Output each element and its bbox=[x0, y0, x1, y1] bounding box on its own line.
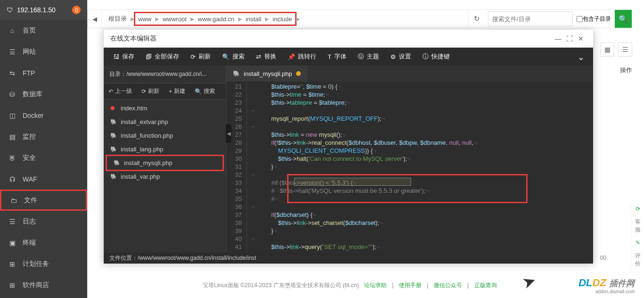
footer-link[interactable]: 微信公众号 bbox=[434, 282, 462, 289]
file-name: install_extvar.php bbox=[121, 118, 168, 125]
sidebar-item-label: 计划任务 bbox=[23, 260, 49, 268]
php-icon: 🐘 bbox=[110, 146, 117, 152]
side-widget[interactable]: 评价 bbox=[631, 249, 644, 271]
file-tool-button[interactable]: ↶上一级 bbox=[104, 83, 137, 99]
breadcrumb: 根目录 ▶ www▶wwwroot▶www.gadd.cn▶install▶in… bbox=[102, 10, 468, 28]
list-view-icon[interactable]: ☰ bbox=[618, 42, 632, 57]
file-name: install_var.php bbox=[121, 173, 160, 180]
footer-link[interactable]: 论坛求助 bbox=[364, 282, 387, 289]
side-widget[interactable]: 客服 bbox=[631, 215, 644, 237]
chevron-right-icon: ▶ bbox=[190, 16, 195, 22]
view-tools: ▦ ☰ bbox=[600, 42, 632, 57]
toolbar-icon: ⟳ bbox=[190, 53, 196, 60]
sidebar-item[interactable]: ▣终端 bbox=[0, 232, 87, 253]
sidebar-item[interactable]: ⊞计划任务 bbox=[0, 253, 87, 274]
sidebar-item[interactable]: ◫Docker bbox=[0, 105, 87, 126]
php-icon: 🐘 bbox=[110, 119, 117, 125]
nav-icon: ⌂ bbox=[8, 27, 16, 34]
code-tabs: 🐘 install_mysqli.php bbox=[226, 66, 593, 82]
sidebar-item-label: 网站 bbox=[23, 48, 36, 56]
file-name: install_function.php bbox=[121, 132, 173, 139]
file-item[interactable]: 🐘install_var.php bbox=[104, 170, 226, 183]
collapse-handle[interactable]: ◀ bbox=[226, 124, 231, 143]
subdirectory-checkbox[interactable]: 包含子目录 bbox=[573, 15, 615, 23]
file-item[interactable]: 🐘install_mysqli.php bbox=[106, 155, 224, 171]
breadcrumb-item[interactable]: www bbox=[135, 13, 154, 25]
breadcrumb-item[interactable]: include bbox=[270, 13, 295, 25]
file-tools: ↶上一级⟳刷新+新建🔍搜索 bbox=[104, 83, 226, 99]
sidebar-item[interactable]: 🗀文件 bbox=[0, 190, 87, 211]
toolbar-button[interactable]: 🗐全部保存 bbox=[140, 48, 185, 66]
toolbar-button[interactable]: 🔍搜索 bbox=[216, 48, 250, 66]
sidebar-item[interactable]: ☊WAF bbox=[0, 168, 87, 190]
nav-icon: ⊞ bbox=[8, 260, 16, 268]
file-item[interactable]: 🐘install_lang.php bbox=[104, 142, 226, 156]
sidebar-item[interactable]: ☰网站 bbox=[0, 41, 87, 62]
refresh-button[interactable]: ↻ bbox=[468, 10, 485, 28]
nav-icon: ⊞ bbox=[8, 281, 16, 289]
nav-icon: ▤ bbox=[8, 133, 16, 141]
sidebar-item[interactable]: ⛁数据库 bbox=[0, 83, 87, 105]
shield-icon: 🛡 bbox=[7, 6, 13, 14]
breadcrumb-item[interactable]: www.gadd.cn bbox=[195, 13, 237, 25]
php-icon: 🐘 bbox=[233, 70, 240, 77]
page-count: 00 bbox=[600, 255, 606, 261]
side-widget[interactable]: ✎ bbox=[631, 237, 644, 249]
sidebar-item[interactable]: ☰日志 bbox=[0, 211, 87, 232]
toolbar-button[interactable]: Ⓤ主题 bbox=[352, 48, 385, 66]
file-tab[interactable]: 🐘 install_mysqli.php bbox=[226, 66, 307, 82]
nav-icon: ⛁ bbox=[8, 91, 16, 98]
sidebar-item-label: 软件商店 bbox=[23, 281, 49, 290]
sidebar: 🛡 192.168.1.50 0 ⌂首页☰网站⇆FTP⛁数据库◫Docker▤监… bbox=[0, 0, 87, 298]
sidebar-item-label: 数据库 bbox=[23, 90, 42, 99]
sidebar-item[interactable]: ⌂首页 bbox=[0, 20, 87, 41]
file-list: ⬢index.htm🐘install_extvar.php🐘install_fu… bbox=[104, 99, 226, 185]
toolbar-button[interactable]: ⇄替换 bbox=[250, 48, 282, 66]
grid-view-icon[interactable]: ▦ bbox=[600, 42, 614, 57]
operation-column-header: 操作 bbox=[620, 66, 632, 74]
notification-badge[interactable]: 0 bbox=[72, 6, 81, 14]
search-button[interactable]: 🔍 bbox=[615, 10, 632, 28]
toolbar-icon: ⚙ bbox=[390, 53, 396, 60]
close-icon[interactable]: ✕ bbox=[575, 33, 586, 44]
minimize-icon[interactable]: — bbox=[553, 33, 564, 44]
watermark: DLDZ 插件网 addon.dismall.com bbox=[578, 277, 635, 294]
toolbar-button[interactable]: 📌跳转行 bbox=[282, 48, 322, 66]
file-tool-button[interactable]: +新建 bbox=[164, 83, 190, 99]
toolbar-icon: 🗐 bbox=[146, 53, 152, 60]
side-widget[interactable]: ⟳ bbox=[631, 203, 644, 215]
file-tool-button[interactable]: ⟳刷新 bbox=[137, 83, 164, 99]
file-tool-button[interactable]: 🔍搜索 bbox=[190, 83, 220, 99]
sidebar-item[interactable]: ▤监控 bbox=[0, 126, 87, 147]
search-input[interactable] bbox=[488, 11, 573, 26]
file-name: install_lang.php bbox=[121, 146, 163, 153]
sidebar-item-label: 日志 bbox=[23, 217, 36, 226]
toolbar-button[interactable]: ⓘ快捷键 bbox=[417, 48, 455, 66]
footer-link[interactable]: 使用手册 bbox=[399, 282, 421, 289]
caret-icon[interactable]: ⌃ bbox=[573, 51, 589, 62]
footer-link[interactable]: 正版查询 bbox=[474, 282, 497, 289]
nav-icon: ☊ bbox=[8, 175, 16, 183]
sidebar-item-label: 文件 bbox=[24, 196, 37, 205]
file-item[interactable]: 🐘install_function.php bbox=[104, 129, 226, 142]
code-editor[interactable]: 2122232425262728293031323334353637383940… bbox=[226, 82, 593, 253]
maximize-icon[interactable]: ⛶ bbox=[564, 33, 575, 44]
toolbar-icon: ⓘ bbox=[422, 52, 429, 61]
breadcrumb-item[interactable]: wwwroot bbox=[160, 13, 190, 25]
breadcrumb-item[interactable]: install bbox=[243, 13, 264, 25]
file-item[interactable]: 🐘install_extvar.php bbox=[104, 115, 226, 129]
sidebar-item[interactable]: ⛨安全 bbox=[0, 147, 87, 168]
file-item[interactable]: ⬢index.htm bbox=[104, 101, 226, 115]
toolbar-button[interactable]: ⟳刷新 bbox=[185, 48, 216, 66]
code-content[interactable]: $tablepre='',·$time·=·0)·{¬ $this->time·… bbox=[247, 82, 593, 253]
sidebar-item[interactable]: ⇆FTP bbox=[0, 62, 87, 83]
breadcrumb-root[interactable]: 根目录 bbox=[106, 13, 130, 25]
toolbar-button[interactable]: 🖫保存 bbox=[107, 48, 140, 66]
back-button[interactable]: ◀ bbox=[88, 10, 102, 28]
side-widgets: ⟳客服✎评价 bbox=[631, 203, 644, 271]
toolbar-button[interactable]: T字体 bbox=[322, 48, 352, 66]
toolbar-button[interactable]: ⚙设置 bbox=[385, 48, 417, 66]
sidebar-item-label: FTP bbox=[23, 69, 35, 77]
breadcrumb-highlight: www▶wwwroot▶www.gadd.cn▶install▶include bbox=[134, 12, 297, 26]
sidebar-item[interactable]: ⊞软件商店 bbox=[0, 274, 87, 296]
